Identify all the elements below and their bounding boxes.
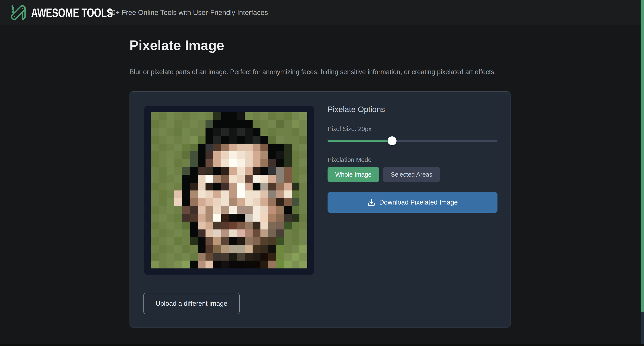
upload-button-label: Upload a different image bbox=[156, 300, 227, 307]
mode-button-group: Whole ImageSelected Areas bbox=[328, 167, 440, 182]
app-header: AWESOME TOOLS 20+ Free Online Tools with… bbox=[0, 0, 644, 25]
brand-tagline: 20+ Free Online Tools with User-Friendly… bbox=[108, 9, 268, 17]
card-divider bbox=[143, 286, 497, 286]
pixelated-image-preview[interactable] bbox=[151, 112, 307, 268]
pixel-size-label: Pixel Size: 20px bbox=[328, 126, 372, 133]
slider-fill bbox=[328, 140, 392, 142]
page-title: Pixelate Image bbox=[130, 38, 224, 53]
scrollbar-thumb[interactable] bbox=[640, 0, 644, 312]
pocket-knife-icon bbox=[10, 5, 26, 21]
upload-different-image-button[interactable]: Upload a different image bbox=[143, 293, 240, 314]
download-button[interactable]: Download Pixelated Image bbox=[328, 192, 498, 213]
download-button-label: Download Pixelated Image bbox=[379, 199, 458, 206]
mode-button-selected-areas[interactable]: Selected Areas bbox=[383, 167, 440, 182]
options-title: Pixelate Options bbox=[328, 105, 385, 114]
download-icon bbox=[367, 198, 376, 206]
pixelation-mode-label: Pixelation Mode bbox=[328, 156, 372, 163]
page-description: Blur or pixelate parts of an image. Perf… bbox=[130, 68, 496, 76]
image-preview-frame bbox=[144, 106, 314, 275]
page-scrollbar[interactable] bbox=[640, 0, 644, 346]
mode-button-whole-image[interactable]: Whole Image bbox=[328, 167, 379, 182]
slider-thumb[interactable] bbox=[388, 136, 396, 145]
brand-title: AWESOME TOOLS bbox=[31, 6, 113, 20]
bottom-edge bbox=[0, 344, 644, 346]
pixel-size-slider[interactable] bbox=[328, 136, 498, 146]
tool-card: Pixelate Options Pixel Size: 20px Pixela… bbox=[130, 91, 511, 328]
